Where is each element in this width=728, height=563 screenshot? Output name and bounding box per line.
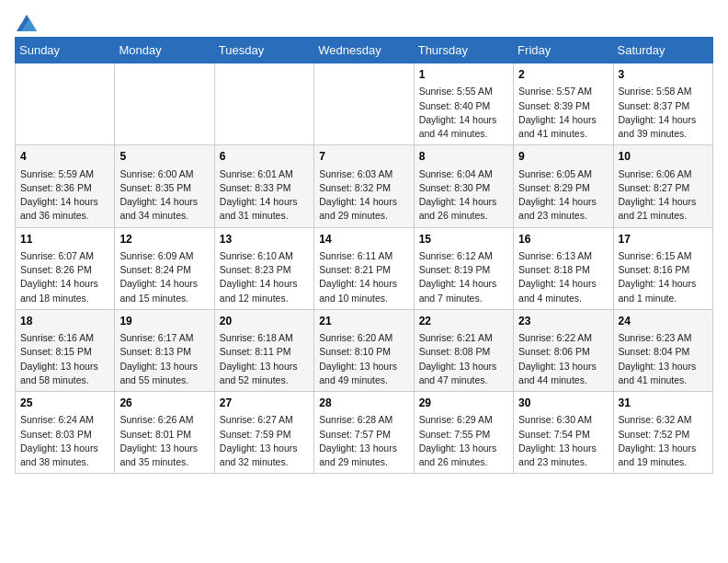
- day-info: Sunrise: 6:03 AM Sunset: 8:32 PM Dayligh…: [319, 167, 408, 224]
- day-info: Sunrise: 6:09 AM Sunset: 8:24 PM Dayligh…: [119, 249, 209, 305]
- calendar-week-5: 25Sunrise: 6:24 AM Sunset: 8:03 PM Dayli…: [16, 392, 713, 474]
- calendar-cell: 10Sunrise: 6:06 AM Sunset: 8:27 PM Dayli…: [613, 145, 712, 227]
- day-info: Sunrise: 5:58 AM Sunset: 8:37 PM Dayligh…: [619, 85, 708, 141]
- day-number: 23: [518, 314, 608, 329]
- day-number: 25: [20, 396, 109, 411]
- day-number: 29: [419, 396, 508, 411]
- calendar-cell: 19Sunrise: 6:17 AM Sunset: 8:13 PM Dayli…: [115, 309, 214, 391]
- calendar-cell: 4Sunrise: 5:59 AM Sunset: 8:36 PM Daylig…: [16, 145, 115, 227]
- calendar-week-4: 18Sunrise: 6:16 AM Sunset: 8:15 PM Dayli…: [16, 309, 713, 391]
- day-number: 11: [20, 232, 109, 247]
- day-number: 24: [619, 314, 708, 329]
- day-number: 8: [419, 149, 508, 165]
- day-number: 26: [119, 396, 209, 411]
- day-info: Sunrise: 6:22 AM Sunset: 8:06 PM Dayligh…: [518, 331, 608, 387]
- day-number: 19: [119, 314, 209, 329]
- day-info: Sunrise: 6:10 AM Sunset: 8:23 PM Dayligh…: [220, 249, 309, 305]
- calendar-week-2: 4Sunrise: 5:59 AM Sunset: 8:36 PM Daylig…: [16, 145, 713, 227]
- day-number: 13: [220, 232, 309, 247]
- day-number: 12: [119, 232, 209, 247]
- day-number: 22: [419, 314, 508, 329]
- day-number: 3: [619, 67, 708, 83]
- day-header-wednesday: Wednesday: [314, 38, 414, 63]
- day-number: 10: [619, 149, 708, 165]
- calendar-cell: [115, 63, 214, 145]
- day-info: Sunrise: 6:26 AM Sunset: 8:01 PM Dayligh…: [119, 413, 209, 469]
- day-number: 2: [518, 67, 608, 83]
- calendar-header-row: SundayMondayTuesdayWednesdayThursdayFrid…: [16, 38, 713, 63]
- calendar-cell: [214, 63, 313, 145]
- page-header: [15, 15, 713, 28]
- calendar-cell: 5Sunrise: 6:00 AM Sunset: 8:35 PM Daylig…: [115, 145, 214, 227]
- day-info: Sunrise: 6:07 AM Sunset: 8:26 PM Dayligh…: [20, 249, 109, 305]
- calendar-cell: 7Sunrise: 6:03 AM Sunset: 8:32 PM Daylig…: [314, 145, 414, 227]
- day-number: 18: [20, 314, 109, 329]
- day-info: Sunrise: 6:05 AM Sunset: 8:29 PM Dayligh…: [518, 167, 608, 224]
- day-number: 7: [319, 149, 408, 165]
- day-number: 9: [518, 149, 608, 165]
- day-number: 21: [319, 314, 408, 329]
- day-info: Sunrise: 6:12 AM Sunset: 8:19 PM Dayligh…: [419, 249, 508, 305]
- calendar-cell: 31Sunrise: 6:32 AM Sunset: 7:52 PM Dayli…: [613, 392, 712, 474]
- day-number: 30: [518, 396, 608, 411]
- day-info: Sunrise: 5:59 AM Sunset: 8:36 PM Dayligh…: [20, 167, 109, 224]
- day-number: 27: [220, 396, 309, 411]
- day-number: 15: [419, 232, 508, 247]
- calendar-cell: 13Sunrise: 6:10 AM Sunset: 8:23 PM Dayli…: [214, 227, 313, 309]
- calendar-cell: 1Sunrise: 5:55 AM Sunset: 8:40 PM Daylig…: [414, 63, 513, 145]
- day-info: Sunrise: 6:27 AM Sunset: 7:59 PM Dayligh…: [220, 413, 309, 469]
- day-info: Sunrise: 6:28 AM Sunset: 7:57 PM Dayligh…: [319, 413, 408, 469]
- day-number: 14: [319, 232, 408, 247]
- calendar-cell: 23Sunrise: 6:22 AM Sunset: 8:06 PM Dayli…: [514, 309, 613, 391]
- calendar-cell: 28Sunrise: 6:28 AM Sunset: 7:57 PM Dayli…: [314, 392, 414, 474]
- calendar-week-1: 1Sunrise: 5:55 AM Sunset: 8:40 PM Daylig…: [16, 63, 713, 145]
- day-number: 6: [220, 149, 309, 165]
- calendar-cell: 22Sunrise: 6:21 AM Sunset: 8:08 PM Dayli…: [414, 309, 513, 391]
- day-info: Sunrise: 6:16 AM Sunset: 8:15 PM Dayligh…: [20, 331, 109, 387]
- calendar-cell: [314, 63, 414, 145]
- calendar-cell: 11Sunrise: 6:07 AM Sunset: 8:26 PM Dayli…: [16, 227, 115, 309]
- day-number: 28: [319, 396, 408, 411]
- day-info: Sunrise: 6:24 AM Sunset: 8:03 PM Dayligh…: [20, 413, 109, 469]
- day-info: Sunrise: 6:18 AM Sunset: 8:11 PM Dayligh…: [220, 331, 309, 387]
- day-info: Sunrise: 6:32 AM Sunset: 7:52 PM Dayligh…: [619, 413, 708, 469]
- calendar-cell: 8Sunrise: 6:04 AM Sunset: 8:30 PM Daylig…: [414, 145, 513, 227]
- day-number: 5: [119, 149, 209, 165]
- day-header-sunday: Sunday: [16, 38, 115, 63]
- day-info: Sunrise: 6:13 AM Sunset: 8:18 PM Dayligh…: [518, 249, 608, 305]
- calendar-cell: 17Sunrise: 6:15 AM Sunset: 8:16 PM Dayli…: [613, 227, 712, 309]
- day-info: Sunrise: 6:04 AM Sunset: 8:30 PM Dayligh…: [419, 167, 508, 224]
- day-number: 17: [619, 232, 708, 247]
- day-info: Sunrise: 5:55 AM Sunset: 8:40 PM Dayligh…: [419, 85, 508, 141]
- calendar-cell: 2Sunrise: 5:57 AM Sunset: 8:39 PM Daylig…: [514, 63, 613, 145]
- day-info: Sunrise: 6:17 AM Sunset: 8:13 PM Dayligh…: [119, 331, 209, 387]
- day-info: Sunrise: 6:01 AM Sunset: 8:33 PM Dayligh…: [220, 167, 309, 224]
- calendar-cell: 29Sunrise: 6:29 AM Sunset: 7:55 PM Dayli…: [414, 392, 513, 474]
- calendar-cell: 20Sunrise: 6:18 AM Sunset: 8:11 PM Dayli…: [214, 309, 313, 391]
- day-number: 20: [220, 314, 309, 329]
- day-number: 16: [518, 232, 608, 247]
- day-info: Sunrise: 6:30 AM Sunset: 7:54 PM Dayligh…: [518, 413, 608, 469]
- day-number: 1: [419, 67, 508, 83]
- day-header-saturday: Saturday: [613, 38, 712, 63]
- calendar-cell: 26Sunrise: 6:26 AM Sunset: 8:01 PM Dayli…: [115, 392, 214, 474]
- calendar-cell: 18Sunrise: 6:16 AM Sunset: 8:15 PM Dayli…: [16, 309, 115, 391]
- day-info: Sunrise: 6:06 AM Sunset: 8:27 PM Dayligh…: [619, 167, 708, 224]
- day-info: Sunrise: 5:57 AM Sunset: 8:39 PM Dayligh…: [518, 85, 608, 141]
- day-info: Sunrise: 6:29 AM Sunset: 7:55 PM Dayligh…: [419, 413, 508, 469]
- calendar-week-3: 11Sunrise: 6:07 AM Sunset: 8:26 PM Dayli…: [16, 227, 713, 309]
- calendar-cell: [16, 63, 115, 145]
- calendar-cell: 15Sunrise: 6:12 AM Sunset: 8:19 PM Dayli…: [414, 227, 513, 309]
- day-header-thursday: Thursday: [414, 38, 513, 63]
- calendar-cell: 12Sunrise: 6:09 AM Sunset: 8:24 PM Dayli…: [115, 227, 214, 309]
- day-header-monday: Monday: [115, 38, 214, 63]
- calendar-cell: 30Sunrise: 6:30 AM Sunset: 7:54 PM Dayli…: [514, 392, 613, 474]
- day-info: Sunrise: 6:21 AM Sunset: 8:08 PM Dayligh…: [419, 331, 508, 387]
- day-info: Sunrise: 6:15 AM Sunset: 8:16 PM Dayligh…: [619, 249, 708, 305]
- calendar-cell: 24Sunrise: 6:23 AM Sunset: 8:04 PM Dayli…: [613, 309, 712, 391]
- calendar-cell: 27Sunrise: 6:27 AM Sunset: 7:59 PM Dayli…: [214, 392, 313, 474]
- logo-icon: [17, 15, 37, 31]
- calendar-cell: 9Sunrise: 6:05 AM Sunset: 8:29 PM Daylig…: [514, 145, 613, 227]
- day-info: Sunrise: 6:11 AM Sunset: 8:21 PM Dayligh…: [319, 249, 408, 305]
- day-info: Sunrise: 6:00 AM Sunset: 8:35 PM Dayligh…: [119, 167, 209, 224]
